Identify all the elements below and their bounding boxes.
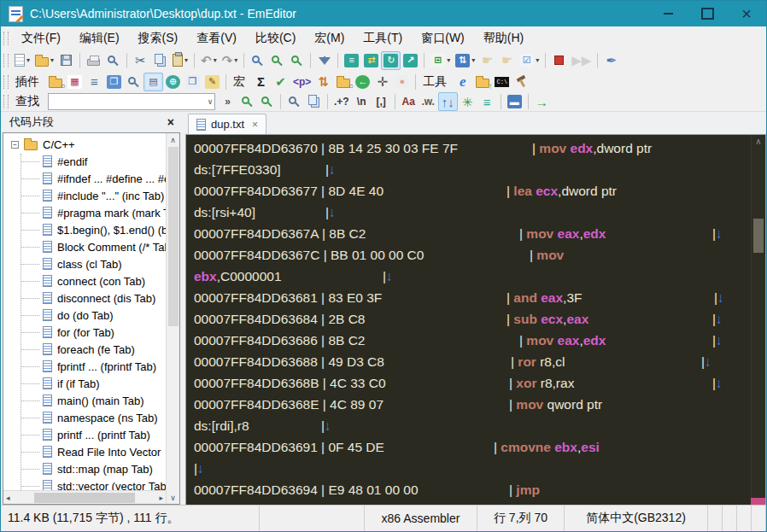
sync-settings-button[interactable]: ⇅▾ bbox=[453, 51, 477, 70]
search-updown-button[interactable]: ↑↓ bbox=[438, 92, 458, 111]
redo-button[interactable]: ↷▾ bbox=[220, 51, 241, 70]
menu-item-window[interactable]: 窗口(W) bbox=[412, 28, 474, 49]
zoom-out-button[interactable] bbox=[287, 51, 307, 70]
snippet-item[interactable]: Block Comment (/* Tab) bbox=[3, 238, 179, 255]
menu-item-search[interactable]: 搜索(S) bbox=[129, 28, 188, 49]
pin-tool-button[interactable]: ✒ bbox=[601, 51, 621, 70]
cut-button[interactable]: ✂ bbox=[131, 51, 150, 70]
find-next-button[interactable] bbox=[237, 92, 257, 111]
run-macro-button[interactable]: ▶▶ bbox=[569, 51, 594, 70]
snippet-item[interactable]: for (for Tab) bbox=[3, 324, 179, 341]
snippet-item[interactable]: #ifndef ... #define ... #endif bbox=[3, 170, 179, 187]
snippet-item[interactable]: $1.begin(), $1.end() (be Tab) bbox=[3, 221, 179, 238]
scrollbar-thumb[interactable] bbox=[753, 219, 764, 253]
editor-content[interactable]: ∧ 00007FF84DD63670 | 8B 14 25 30 03 FE 7… bbox=[185, 134, 766, 505]
compare-left-button[interactable]: ☛ bbox=[477, 51, 497, 70]
scrollbar-thumb[interactable] bbox=[168, 147, 179, 326]
copy-results-button[interactable] bbox=[304, 92, 324, 111]
zoom-in-button[interactable] bbox=[267, 51, 287, 70]
combo-dropdown-icon[interactable]: ∨ bbox=[206, 97, 214, 106]
plugin-open-documents-button[interactable]: ❒ bbox=[183, 73, 202, 91]
tool-open-folder-button[interactable]: ↑ bbox=[472, 73, 492, 91]
menu-item-view[interactable]: 查看(V) bbox=[187, 28, 246, 49]
outline-dropdown-icon[interactable]: ▾ bbox=[447, 56, 450, 64]
menu-item-help[interactable]: 帮助(H) bbox=[474, 28, 533, 49]
snippet-item[interactable]: namespace (ns Tab) bbox=[3, 409, 179, 426]
plugin-word-complete-button[interactable]: ✎ bbox=[202, 73, 222, 91]
scroll-up-icon[interactable]: ∧ bbox=[752, 135, 765, 149]
plugin-outline-button[interactable]: ≡ bbox=[85, 73, 104, 91]
sync-settings-dropdown-icon[interactable]: ▾ bbox=[471, 56, 475, 64]
snippet-item[interactable]: connect (con Tab) bbox=[3, 272, 179, 289]
snippets-horizontal-scrollbar[interactable]: ◂ ▸ bbox=[3, 490, 166, 504]
scroll-down-icon[interactable]: ∨ bbox=[170, 491, 176, 504]
new-file-button[interactable]: ▾ bbox=[12, 51, 32, 70]
plugin-projects-button[interactable]: ❐ bbox=[104, 73, 124, 91]
menu-item-compare[interactable]: 比较(C) bbox=[246, 28, 305, 49]
snippet-item[interactable]: #endif bbox=[3, 153, 179, 170]
undo-dropdown-icon[interactable]: ▾ bbox=[214, 56, 217, 64]
find-input[interactable] bbox=[49, 94, 206, 109]
output-pane-button[interactable]: ▬ bbox=[505, 92, 524, 111]
toolbar-gripper[interactable] bbox=[3, 32, 9, 45]
compare-right-button[interactable]: ☛ bbox=[497, 51, 517, 70]
maximize-button[interactable] bbox=[688, 1, 727, 26]
snippet-item[interactable]: #include "..." (inc Tab) bbox=[3, 187, 179, 204]
syntax-mode[interactable]: x86 Assembler bbox=[365, 506, 477, 531]
snippet-item[interactable]: disconnect (dis Tab) bbox=[3, 289, 179, 307]
scrollbar-thumb[interactable] bbox=[34, 493, 135, 503]
scroll-left-icon[interactable]: ◂ bbox=[6, 494, 10, 502]
snippet-item[interactable]: std::vector (vector Tab) bbox=[3, 477, 179, 490]
macro-cursor-button[interactable]: ✛ bbox=[372, 73, 392, 91]
outline-button[interactable]: ⊞▾ bbox=[428, 51, 453, 70]
plugin-web-preview-button[interactable]: ⊕ bbox=[163, 73, 183, 91]
regex-toggle-button[interactable]: .+? bbox=[331, 92, 352, 111]
go-next-button[interactable]: → bbox=[532, 92, 552, 111]
toolbar-gripper[interactable] bbox=[3, 75, 9, 89]
macro-find-folder-button[interactable]: ○ bbox=[333, 73, 353, 91]
next-window-button[interactable]: ↗ bbox=[401, 51, 420, 70]
save-file-button[interactable] bbox=[56, 51, 76, 70]
plugin-snippets-button[interactable]: ▤ bbox=[143, 73, 163, 91]
snippet-item[interactable]: foreach (fe Tab) bbox=[3, 341, 179, 358]
snippet-item[interactable]: fprintf ... (fprintf Tab) bbox=[3, 358, 179, 375]
print-button[interactable] bbox=[84, 51, 103, 70]
menu-item-macros[interactable]: 宏(M) bbox=[305, 28, 354, 49]
paste-dropdown-icon[interactable]: ▾ bbox=[184, 56, 188, 64]
whole-word-button[interactable]: .w. bbox=[419, 92, 438, 111]
snippet-item[interactable]: if (if Tab) bbox=[3, 375, 179, 392]
macro-tag-button[interactable]: <p> bbox=[290, 73, 313, 91]
compare-rescan-button[interactable]: ⇄ bbox=[361, 51, 381, 70]
snippets-vertical-scrollbar[interactable]: ∧ ∨ bbox=[166, 133, 179, 504]
copy-button[interactable] bbox=[150, 51, 170, 70]
macro-run-back-button[interactable]: ← bbox=[353, 73, 372, 91]
scroll-right-icon[interactable]: ▸ bbox=[159, 494, 163, 502]
menu-item-edit[interactable]: 编辑(E) bbox=[70, 28, 129, 49]
charclass-toggle-button[interactable]: [,] bbox=[372, 92, 391, 111]
snippets-close-icon[interactable]: × bbox=[167, 116, 174, 128]
tree-root-c-cpp[interactable]: −C/C++ bbox=[3, 136, 179, 153]
tree-expander-icon[interactable]: − bbox=[11, 141, 19, 149]
undo-button[interactable]: ↶▾ bbox=[198, 51, 220, 70]
menu-item-file[interactable]: 文件(F) bbox=[12, 28, 70, 49]
snippet-item[interactable]: class (cl Tab) bbox=[3, 255, 179, 272]
title-bar[interactable]: C:\Users\Administrator\Desktop\dup.txt -… bbox=[1, 1, 766, 26]
cursor-position[interactable]: 行 7,列 70 bbox=[477, 506, 565, 531]
open-file-dropdown-icon[interactable]: ▾ bbox=[50, 56, 54, 64]
macro-stop-doc-button[interactable]: ● bbox=[392, 73, 412, 91]
snippet-item[interactable]: printf ... (printf Tab) bbox=[3, 426, 179, 443]
close-button[interactable]: × bbox=[727, 1, 766, 26]
toolbar-gripper[interactable] bbox=[3, 95, 9, 108]
sync-scroll-button[interactable]: ↻ bbox=[381, 51, 401, 70]
list-results-button[interactable]: ≡ bbox=[477, 92, 497, 111]
plugin-explorer-button[interactable]: ○ bbox=[45, 73, 65, 91]
snippet-item[interactable]: std::map (map Tab) bbox=[3, 460, 179, 477]
editor-vertical-scrollbar[interactable]: ∧ bbox=[751, 135, 765, 505]
find-all-button[interactable] bbox=[284, 92, 304, 111]
scroll-up-icon[interactable]: ∧ bbox=[170, 133, 176, 146]
tool-command-prompt-button[interactable]: C:\ bbox=[492, 73, 512, 91]
find-prev-button[interactable] bbox=[257, 92, 277, 111]
plugin-search-button[interactable] bbox=[124, 73, 143, 91]
escape-toggle-button[interactable]: \n bbox=[352, 92, 372, 111]
snippet-item[interactable]: Read File Into Vector bbox=[3, 443, 179, 460]
